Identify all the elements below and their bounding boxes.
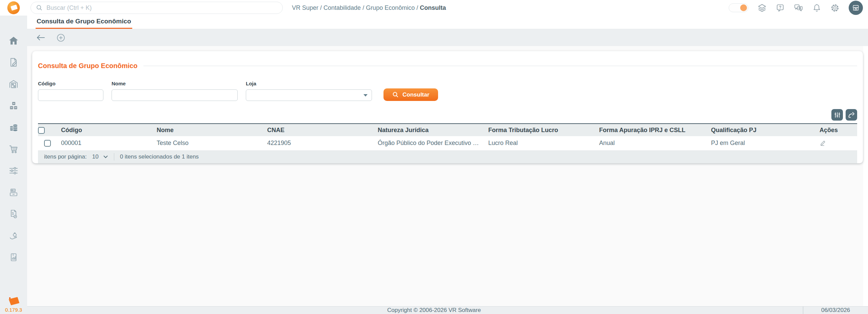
export-arrow-icon — [848, 111, 855, 119]
header-natureza-juridica[interactable]: Natureza Jurídica — [374, 124, 484, 136]
cell-codigo: 000001 — [57, 136, 153, 150]
sidebar-item-payments[interactable] — [0, 225, 27, 247]
gear-icon[interactable] — [830, 3, 840, 13]
tab-consulta-grupo-economico[interactable]: Consulta de Grupo Econômico — [36, 18, 132, 29]
search-input[interactable] — [46, 4, 277, 12]
search-icon — [392, 91, 399, 98]
sidebar-item-finance[interactable] — [0, 117, 27, 138]
selection-summary: 0 itens selecionados de 1 itens — [120, 153, 199, 160]
table-row[interactable]: 000001 Teste Celso 4221905 Órgão Público… — [38, 136, 857, 150]
codigo-field-group: Código — [38, 81, 103, 101]
nome-input[interactable] — [112, 89, 238, 101]
codigo-label: Código — [38, 81, 103, 86]
hand-money-icon — [8, 231, 19, 241]
header-nome[interactable]: Nome — [153, 124, 263, 136]
back-button[interactable] — [35, 33, 46, 42]
cell-cnae: 4221905 — [263, 136, 374, 150]
tabbar: Consulta de Grupo Econômico — [27, 16, 868, 29]
loja-select[interactable] — [246, 89, 372, 101]
sidebar-item-pos-register[interactable] — [0, 182, 27, 203]
header-cnae[interactable]: CNAE — [263, 124, 374, 136]
copyright-text: Copyright © 2006-2026 VR Software — [387, 307, 481, 314]
footer-date: 06/03/2026 — [803, 307, 868, 314]
header-qualificacao-pj[interactable]: Qualificação PJ — [707, 124, 815, 136]
content-area: Consulta de Grupo Econômico Código Nome — [27, 46, 868, 306]
sidebar-item-reports[interactable]: $ — [0, 247, 27, 268]
search-icon — [36, 4, 43, 11]
help-icon[interactable]: ? — [776, 3, 785, 12]
edit-pencil-icon[interactable] — [820, 139, 827, 146]
scrollbar-track[interactable] — [863, 46, 868, 306]
consultar-label: Consultar — [402, 91, 429, 98]
sidebar-item-purchases[interactable] — [0, 138, 27, 160]
header-codigo[interactable]: Código — [57, 124, 153, 136]
bell-icon[interactable] — [812, 3, 821, 13]
vr-logo[interactable] — [0, 1, 27, 14]
vr-logo-icon — [7, 1, 20, 14]
consultar-button[interactable]: Consultar — [383, 88, 438, 101]
dropdown-caret-icon — [363, 94, 368, 97]
per-page-label: itens por página: — [44, 153, 87, 160]
topbar-actions: ? — [729, 1, 868, 15]
cart-icon — [8, 144, 19, 154]
footer: Copyright © 2006-2026 VR Software 06/03/… — [27, 306, 868, 314]
column-filter-icon — [834, 111, 841, 119]
main-area: Consulta de Grupo Econômico — [27, 16, 868, 314]
results-table: Código Nome CNAE Natureza Jurídica Forma… — [38, 123, 857, 151]
vr-logo-fragment-icon — [6, 296, 21, 305]
arrow-left-icon — [35, 33, 46, 42]
add-button[interactable] — [56, 33, 65, 42]
row-checkbox[interactable] — [44, 140, 51, 147]
sidebar-item-structure[interactable] — [0, 95, 27, 117]
sidebar-item-warehouse[interactable] — [0, 73, 27, 95]
sidebar-item-fiscal[interactable]: $ — [0, 203, 27, 225]
header-forma-apuracao[interactable]: Forma Apuração IPRJ e CSLL — [595, 124, 707, 136]
app-version: 0.179.3 — [0, 307, 27, 313]
select-all-checkbox[interactable] — [38, 127, 45, 134]
pagination-bar: itens por página: 10 0 itens selecionado… — [38, 151, 857, 163]
codigo-input[interactable] — [38, 89, 103, 101]
chevron-down-icon — [103, 155, 108, 159]
page-title: Consulta de Grupo Econômico — [38, 62, 137, 70]
export-button[interactable] — [846, 109, 857, 121]
header-forma-tributacao[interactable]: Forma Tributação Lucro — [484, 124, 595, 136]
per-page-value[interactable]: 10 — [92, 153, 99, 160]
sidebar-footer: 0.179.3 — [0, 296, 27, 313]
pager-divider — [114, 153, 114, 161]
column-settings-button[interactable] — [831, 109, 843, 121]
toggle-knob — [740, 4, 747, 11]
store-avatar[interactable] — [849, 1, 863, 15]
table-tools — [38, 109, 857, 121]
sidebar-item-home[interactable] — [0, 30, 27, 51]
global-search[interactable] — [31, 2, 283, 14]
breadcrumb-path: VR Super / Contabilidade / Grupo Econômi… — [292, 4, 418, 11]
topbar: VR Super / Contabilidade / Grupo Econômi… — [0, 0, 868, 16]
warehouse-icon — [8, 79, 19, 89]
cell-natureza-juridica: Órgão Público do Poder Executivo Estadua… — [374, 136, 484, 150]
sidebar-item-documents[interactable] — [0, 51, 27, 73]
svg-text:$: $ — [12, 211, 14, 215]
sliders-icon — [8, 166, 19, 176]
nome-field-group: Nome — [112, 81, 238, 101]
per-page-select[interactable] — [103, 155, 108, 159]
coins-icon — [8, 122, 19, 132]
svg-text:?: ? — [779, 5, 781, 10]
sidebar: $ $ — [0, 16, 27, 314]
cash-register-icon — [8, 187, 19, 197]
home-icon — [8, 36, 19, 46]
table-header-row: Código Nome CNAE Natureza Jurídica Forma… — [38, 124, 857, 136]
theme-toggle[interactable] — [729, 3, 748, 12]
plus-circle-icon — [56, 33, 65, 42]
sidebar-item-settings[interactable] — [0, 160, 27, 182]
loja-field-group: Loja — [246, 81, 372, 101]
chat-icon[interactable] — [794, 3, 803, 12]
app-window: VR Super / Contabilidade / Grupo Econômi… — [0, 0, 868, 314]
breadcrumb: VR Super / Contabilidade / Grupo Econômi… — [292, 4, 446, 12]
cell-nome: Teste Celso — [153, 136, 263, 150]
svg-text:$: $ — [13, 254, 14, 256]
cell-forma-apuracao: Anual — [595, 136, 707, 150]
nome-label: Nome — [112, 81, 238, 86]
layers-icon[interactable] — [757, 3, 767, 13]
fiscal-document-icon: $ — [8, 209, 19, 219]
storefront-icon — [852, 4, 860, 12]
